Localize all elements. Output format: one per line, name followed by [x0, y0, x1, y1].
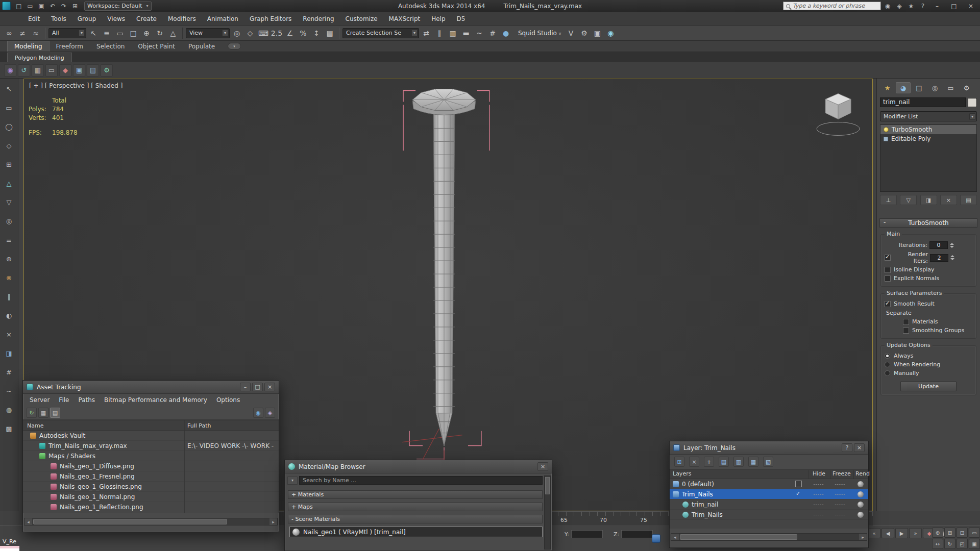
- refresh-icon[interactable]: ↻: [27, 408, 37, 418]
- current-layer-mark[interactable]: [795, 511, 802, 518]
- max-logo-icon[interactable]: [2, 2, 11, 10]
- modify-tab[interactable]: ◕: [896, 82, 911, 93]
- pin-stack-button[interactable]: ⊥: [880, 195, 897, 205]
- asset-row[interactable]: Nails_geo_1_Normal.png: [23, 492, 279, 502]
- pan-icon[interactable]: ↔: [932, 539, 943, 549]
- menu-item[interactable]: Tools: [45, 15, 72, 22]
- named-selection-dropdown[interactable]: Create Selection Se: [342, 28, 419, 38]
- fov-icon[interactable]: ▭: [969, 528, 980, 538]
- scrollbar-thumb[interactable]: [545, 477, 550, 494]
- asset-menu-item[interactable]: Server: [25, 396, 54, 404]
- layer-row[interactable]: trim_nail ----- -----: [670, 499, 868, 510]
- nail-model[interactable]: [412, 89, 476, 445]
- region-circle-icon[interactable]: ◯: [3, 120, 15, 133]
- modifier-stack-item[interactable]: Editable Poly: [880, 134, 976, 143]
- horizontal-scrollbar[interactable]: [671, 533, 867, 541]
- project-folder-icon[interactable]: ⊞: [70, 1, 80, 11]
- keyboard-override-icon[interactable]: ⌨: [257, 27, 270, 39]
- current-layer-mark[interactable]: [795, 501, 802, 508]
- material-group-header[interactable]: - Scene Materials: [288, 515, 543, 523]
- material-search-input[interactable]: Search by Name ...: [299, 476, 543, 485]
- spinner-snap-icon[interactable]: ↕: [310, 27, 323, 39]
- set-current-layer-icon[interactable]: ▥: [733, 457, 744, 467]
- viewcube[interactable]: [817, 93, 860, 135]
- snap-toggle-icon[interactable]: 2.5: [271, 27, 283, 39]
- menu-item[interactable]: Animation: [202, 15, 244, 22]
- object-color-swatch[interactable]: [968, 98, 977, 107]
- material-group-header[interactable]: + Materials: [288, 490, 543, 499]
- smooth-result-checkbox[interactable]: [885, 301, 891, 307]
- ribbon-tab[interactable]: Selection: [90, 41, 131, 52]
- asset-row[interactable]: Autodesk Vault: [23, 431, 279, 441]
- layer-window-titlebar[interactable]: Layer: Trim_Nails ? ×: [670, 441, 868, 455]
- menu-item[interactable]: Graph Editors: [244, 15, 297, 22]
- modifier-icon[interactable]: [884, 127, 889, 132]
- material-editor-icon[interactable]: ●: [500, 27, 512, 39]
- when-rendering-radio[interactable]: [885, 362, 890, 367]
- curve-editor-icon[interactable]: ~: [473, 27, 485, 39]
- explicit-normals-checkbox[interactable]: [885, 276, 891, 282]
- play-button[interactable]: ▶: [895, 528, 908, 538]
- modifier-stack-item[interactable]: TurboSmooth: [880, 125, 976, 134]
- polygon-modeling-panel-tab[interactable]: Polygon Modeling: [7, 53, 72, 62]
- remove-modifier-button[interactable]: ×: [940, 195, 957, 205]
- materials-checkbox[interactable]: [903, 319, 909, 325]
- details-view-icon[interactable]: ▦: [38, 408, 48, 418]
- named-selection-sets-icon[interactable]: ▤: [324, 27, 336, 39]
- smoothing-groups-checkbox[interactable]: [903, 328, 909, 334]
- selection-region-icon[interactable]: ▭: [114, 27, 126, 39]
- render-iters-spinner[interactable]: [949, 254, 955, 262]
- layer-manager-icon[interactable]: ▥: [447, 27, 459, 39]
- vertical-scrollbar[interactable]: [544, 475, 551, 549]
- render-production-icon[interactable]: ◉: [604, 27, 617, 39]
- z-coordinate-field[interactable]: [621, 530, 653, 538]
- scroll-left-arrow[interactable]: [24, 518, 32, 525]
- grow-selection-icon[interactable]: △: [3, 177, 15, 189]
- object-name-field[interactable]: trim_nail: [880, 97, 966, 107]
- freeze-all-icon[interactable]: ▧: [763, 457, 773, 467]
- asset-menu-item[interactable]: Paths: [74, 396, 100, 404]
- hide-all-icon[interactable]: ▦: [748, 457, 758, 467]
- sign-in-icon[interactable]: ◉: [883, 1, 893, 11]
- modifier-panel-icon[interactable]: ▤: [87, 64, 99, 77]
- repeat-last-icon[interactable]: ↺: [18, 64, 30, 77]
- freeze-toggle[interactable]: -----: [831, 479, 849, 489]
- undo-icon[interactable]: ↶: [47, 1, 58, 11]
- select-by-name-icon[interactable]: ≡: [101, 27, 113, 39]
- make-unique-button[interactable]: ◨: [920, 195, 937, 205]
- scroll-left-arrow[interactable]: [671, 534, 679, 540]
- manually-radio[interactable]: [885, 370, 890, 376]
- utilities-tab[interactable]: ⚙: [959, 82, 974, 93]
- ribbon-tab[interactable]: Object Paint: [131, 41, 182, 52]
- paint-deform-icon[interactable]: ~: [3, 385, 15, 397]
- object-properties-icon[interactable]: ◆: [59, 64, 71, 77]
- material-group-header[interactable]: + Maps: [288, 503, 543, 511]
- next-frame-button[interactable]: »: [909, 528, 922, 538]
- minimize-button[interactable]: –: [240, 383, 251, 391]
- menu-item[interactable]: Edit: [22, 15, 45, 22]
- turbosmooth-rollout-header[interactable]: TurboSmooth: [879, 218, 977, 228]
- hide-toggle[interactable]: -----: [810, 489, 828, 499]
- options-icon[interactable]: ◈: [265, 408, 275, 418]
- community-icon[interactable]: ◈: [894, 1, 904, 11]
- search-input[interactable]: Type a keyword or phrase: [783, 2, 881, 10]
- help-icon[interactable]: ?: [918, 1, 928, 11]
- modifier-list-dropdown[interactable]: Modifier List: [880, 111, 977, 121]
- current-layer-mark[interactable]: [795, 481, 802, 487]
- select-tool-icon[interactable]: ↖: [3, 83, 15, 95]
- studio-menu[interactable]: Squid Studio: [518, 30, 557, 37]
- scroll-right-arrow[interactable]: [859, 534, 867, 540]
- redo-icon[interactable]: ↷: [59, 1, 69, 11]
- delete-layer-icon[interactable]: ×: [689, 457, 699, 467]
- maximize-viewport-icon[interactable]: ▣: [969, 539, 980, 549]
- render-toggle-icon[interactable]: [857, 491, 864, 497]
- horizontal-scrollbar[interactable]: [24, 518, 278, 525]
- motion-tab[interactable]: ◎: [927, 82, 942, 93]
- zoom-icon[interactable]: ⊕: [932, 528, 943, 538]
- workspace-dropdown[interactable]: Workspace: Default: [84, 2, 152, 11]
- hide-toggle[interactable]: -----: [810, 479, 828, 489]
- select-and-rotate-icon[interactable]: ↻: [154, 27, 166, 39]
- region-rect-icon[interactable]: ▭: [3, 102, 15, 114]
- y-coordinate-field[interactable]: [571, 530, 603, 538]
- region-fence-icon[interactable]: ◇: [3, 139, 15, 152]
